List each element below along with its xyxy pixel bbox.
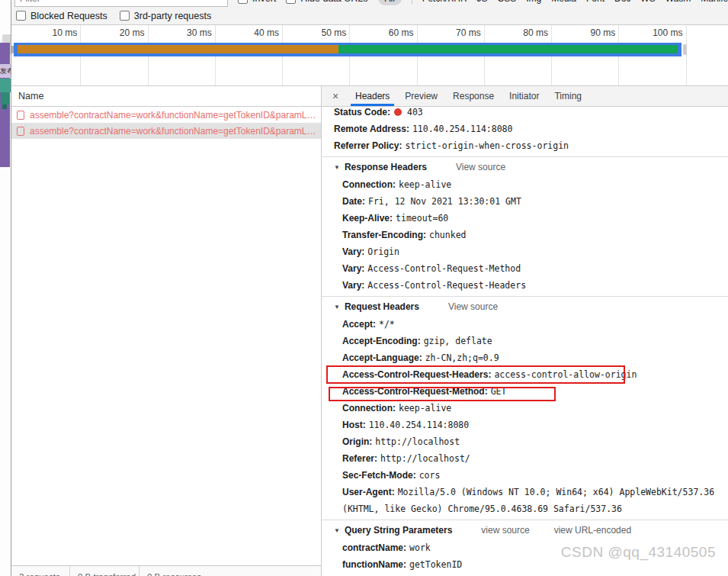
header-value: */*	[379, 319, 395, 330]
section-link[interactable]: view URL-encoded	[554, 525, 631, 536]
header-name: Vary:	[342, 246, 364, 257]
header-line: Vary:Access-Control-Request-Method	[334, 260, 720, 277]
invert-checkbox[interactable]	[238, 0, 248, 4]
header-value: strict-origin-when-cross-origin	[405, 140, 569, 151]
page-teal-graphic	[0, 79, 11, 92]
header-line: Vary:Origin	[334, 243, 720, 260]
header-name: Access-Control-Request-Headers:	[342, 369, 491, 380]
header-value: cors	[419, 470, 441, 481]
header-name: Vary:	[342, 263, 364, 274]
header-line: Transfer-Encoding:chunked	[334, 227, 720, 243]
header-value: zh-CN,zh;q=0.9	[425, 352, 499, 363]
section-header-request-headers[interactable]: ▼Request HeadersView source	[334, 298, 720, 316]
header-line: Accept-Encoding:gzip, deflate	[334, 333, 720, 349]
section-link[interactable]: View source	[456, 162, 505, 172]
type-filter-list: AllFetch/XHRJSCSSImgMediaFontDocWSWasmMa…	[378, 0, 728, 5]
header-line: Remote Address:110.40.254.114:8080	[334, 121, 720, 137]
timeline-tick-label: 100 ms	[619, 25, 685, 38]
request-name-label: assemble?contractName=work&functionName=…	[30, 110, 316, 121]
blocked-requests-checkbox[interactable]	[16, 11, 26, 21]
request-rows: assemble?contractName=work&functionName=…	[11, 107, 321, 139]
header-line: Referrer Policy:strict-origin-when-cross…	[334, 137, 720, 154]
tab-response[interactable]: Response	[445, 86, 502, 106]
header-line: Connection:keep-alive	[334, 176, 720, 193]
disclosure-triangle-icon[interactable]: ▼	[334, 527, 340, 534]
header-name: Remote Address:	[334, 124, 409, 134]
header-name: Status Code:	[334, 107, 390, 117]
name-column-header[interactable]: Name	[11, 86, 321, 107]
type-filter-js[interactable]: JS	[477, 0, 488, 4]
header-value: Fri, 12 Nov 2021 13:30:01 GMT	[368, 196, 521, 207]
header-line: Host:110.40.254.114:8080	[334, 417, 720, 433]
filter-row-bottom: Blocked Requests 3rd-party requests	[11, 6, 211, 25]
invert-label: Invert	[252, 0, 276, 4]
timeline-right-handle[interactable]	[683, 44, 687, 55]
header-line: Accept:*/*	[334, 316, 720, 333]
close-icon[interactable]: ×	[328, 86, 343, 106]
devtools-network-panel: Invert Hide data URLs AllFetch/XHRJSCSSI…	[11, 0, 728, 576]
document-error-icon	[17, 127, 24, 136]
header-value: http://localhost	[375, 436, 460, 447]
timeline-selection-bar[interactable]	[14, 43, 681, 56]
section-divider	[322, 520, 728, 520]
network-request-row[interactable]: assemble?contractName=work&functionName=…	[11, 107, 321, 123]
type-filter-ws[interactable]: WS	[640, 0, 655, 4]
type-filter-all[interactable]: All	[378, 0, 402, 5]
network-main-area: Name assemble?contractName=work&function…	[11, 86, 728, 576]
type-filter-css[interactable]: CSS	[498, 0, 517, 4]
section-divider	[322, 156, 728, 157]
header-name: Accept:	[342, 319, 376, 330]
header-line: Accept-Language:zh-CN,zh;q=0.9	[334, 349, 720, 366]
timeline-tick-label: 60 ms	[350, 25, 416, 38]
tab-timing[interactable]: Timing	[547, 86, 589, 106]
header-line: Referer:http://localhost/	[334, 450, 720, 467]
header-line: Vary:Access-Control-Request-Headers	[334, 277, 720, 294]
disclosure-triangle-icon[interactable]: ▼	[334, 164, 340, 171]
details-tab-bar: × HeadersPreviewResponseInitiatorTiming	[322, 86, 728, 107]
section-link[interactable]: View source	[448, 301, 498, 312]
section-header-query-string-parameters[interactable]: ▼Query String Parametersview sourceview …	[334, 522, 720, 539]
timeline-tick-label: 80 ms	[485, 25, 551, 38]
header-name: Accept-Encoding:	[342, 336, 421, 346]
header-value: Mozilla/5.0 (Windows NT 10.0; Win64; x64…	[342, 487, 714, 514]
header-name: contractName:	[342, 542, 406, 553]
hide-data-urls-label: Hide data URLs	[300, 0, 367, 4]
header-name: Connection:	[342, 179, 396, 190]
timeline-tick-label: 70 ms	[418, 25, 484, 38]
type-filter-img[interactable]: Img	[526, 0, 541, 4]
header-value: Origin	[367, 246, 399, 257]
header-value: gzip, deflate	[424, 336, 492, 346]
page-teal-graphic	[2, 105, 7, 109]
tab-headers[interactable]: Headers	[348, 86, 397, 106]
header-name: Sec-Fetch-Mode:	[342, 470, 416, 481]
header-line: Access-Control-Request-Headers:access-co…	[334, 366, 720, 383]
header-value: 110.40.254.114:8080	[369, 420, 470, 430]
invert-checkbox-group[interactable]: Invert	[238, 0, 276, 4]
disclosure-triangle-icon[interactable]: ▼	[334, 304, 340, 311]
tab-initiator[interactable]: Initiator	[502, 86, 547, 106]
type-filter-manifest[interactable]: Manifest	[701, 0, 728, 4]
request-details-panel: × HeadersPreviewResponseInitiatorTiming …	[322, 86, 728, 576]
section-header-response-headers[interactable]: ▼Response HeadersView source	[334, 159, 720, 176]
network-request-row[interactable]: assemble?contractName=work&functionName=…	[11, 123, 321, 139]
tab-preview[interactable]: Preview	[397, 86, 445, 106]
header-value: access-control-allow-origin	[494, 369, 637, 380]
hide-data-urls-checkbox[interactable]	[286, 0, 296, 4]
error-status-icon	[394, 108, 402, 116]
third-party-requests-checkbox-group[interactable]: 3rd-party requests	[120, 11, 211, 21]
header-value: Access-Control-Request-Method	[367, 263, 521, 274]
type-filter-wasm[interactable]: Wasm	[665, 0, 691, 4]
type-filter-doc[interactable]: Doc	[614, 0, 630, 4]
summary-segment: 0 B transferred	[70, 566, 140, 576]
section-link[interactable]: view source	[481, 525, 529, 536]
third-party-requests-checkbox[interactable]	[120, 11, 130, 21]
hide-data-urls-checkbox-group[interactable]: Hide data URLs	[286, 0, 367, 4]
header-value: chunked	[429, 230, 466, 240]
type-filter-fetch-xhr[interactable]: Fetch/XHR	[422, 0, 467, 4]
page-publish-button[interactable]: 发布	[0, 64, 11, 78]
type-filter-font[interactable]: Font	[586, 0, 605, 4]
blocked-requests-checkbox-group[interactable]: Blocked Requests	[16, 11, 107, 21]
header-value: 110.40.254.114:8080	[412, 124, 513, 134]
type-filter-media[interactable]: Media	[551, 0, 576, 4]
header-line: Sec-Fetch-Mode:cors	[334, 467, 720, 484]
